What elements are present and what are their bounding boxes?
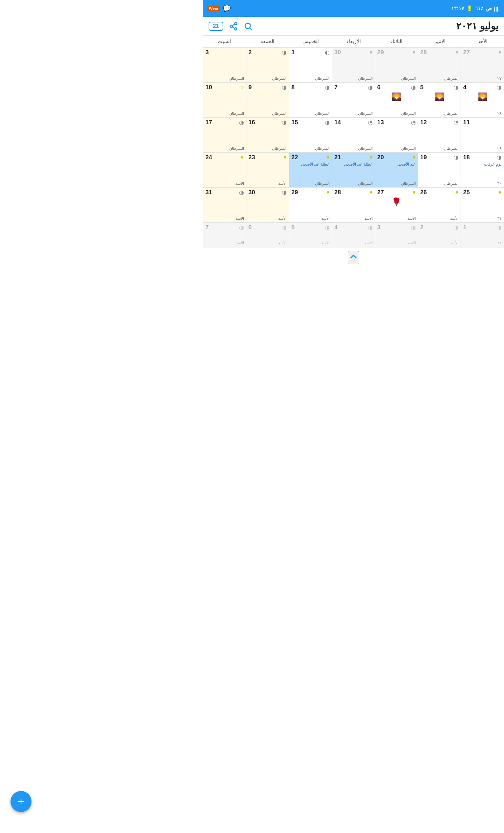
day-headers: الأحد الاثنين الثلاثاء الأربعاء الخميس ا… [203,36,504,47]
moon-icon: ● [284,154,287,160]
table-row[interactable]: ◐1 السرطان [289,48,332,83]
table-row[interactable]: ●23 الأسد [246,153,289,188]
day-number: 21 [334,154,341,161]
table-row[interactable]: ◑4 🌄 ٢٨ [461,83,504,118]
moon-icon: ◑ [411,84,416,91]
hijri-date: السرطان [205,110,244,116]
day-number: 26 [420,189,427,196]
hijri-date: الأسد [205,180,244,186]
table-row[interactable]: ◑2 السرطان [246,48,289,83]
table-row[interactable]: ◑6 الأسد [246,223,289,247]
hijri-date: السرطان [205,145,244,151]
day-number: 10 [205,84,212,91]
table-row[interactable]: ◑5 🌄 السرطان [418,83,461,118]
collapse-button[interactable] [348,251,359,264]
moon-icon: ◑ [282,49,287,56]
table-row[interactable]: ●29 الأسد [289,188,332,223]
hijri-date: السرطان [377,75,416,81]
moon-icon: ◑ [454,224,458,231]
hijri-date: ٢٧ [463,75,502,81]
table-row[interactable]: ◑15 السرطان [289,118,332,153]
table-row[interactable]: ◑9 السرطان [246,83,289,118]
table-row[interactable]: ●22 عطلة عيد الأضحى السرطان [289,153,332,188]
day-header-wed: الأربعاء [332,36,375,47]
table-row[interactable]: ●28 السرطان [418,48,461,83]
hijri-date: السرطان [248,110,287,116]
table-row[interactable]: ◑16 السرطان [246,118,289,153]
day-number: 4 [334,224,337,231]
table-row[interactable]: ●26 الأسد [418,188,461,223]
day-number: 30 [334,49,341,56]
day-number: 17 [205,119,212,126]
search-button[interactable] [244,22,253,31]
day-number: 23 [248,154,255,161]
day-number: 2 [420,224,424,231]
day-number: 5 [420,84,424,91]
hijri-date: الأسد [334,239,373,245]
table-row[interactable]: ◑7 السرطان [332,83,375,118]
goto-date-button[interactable]: 21 [209,22,223,31]
table-row[interactable]: ◑1 ٣٢ [461,223,504,247]
table-row[interactable]: ◑31 الأسد [203,188,246,223]
day-number: 29 [291,189,298,196]
battery-percent: ٦١٪ [475,5,483,12]
hijri-date: السرطان [420,110,459,116]
table-row[interactable]: ●25 ٣١ [461,188,504,223]
status-left: ١٢:١٧ 🔋 ٦١٪ ص |||. [451,5,500,12]
table-row[interactable]: ◑17 السرطان [203,118,246,153]
table-row[interactable]: ●24 الأسد [203,153,246,188]
hijri-date: ٢٨ [463,110,502,116]
table-row[interactable]: ◑2 الأسد [418,223,461,247]
table-row[interactable]: ○10 السرطان [203,83,246,118]
event-label: عطلة عيد الأضحى [334,162,373,167]
hijri-date: السرطان [377,145,416,151]
table-row[interactable]: ◑8 السرطان [289,83,332,118]
day-number: 20 [377,154,384,161]
cell-emoji: 🌹 [377,197,416,206]
table-row[interactable]: ●20 عيد الأضحى السرطان [375,153,418,188]
table-row[interactable]: ◑7 الأسد [203,223,246,247]
table-row[interactable]: ◔14 السرطان [332,118,375,153]
table-row[interactable]: ◔13 السرطان [375,118,418,153]
table-row[interactable]: ●28 الأسد [332,188,375,223]
share-button[interactable] [229,22,238,31]
hijri-date: ٣١ [463,215,502,221]
hijri-date: السرطان [291,180,330,186]
status-bar: ١٢:١٧ 🔋 ٦١٪ ص |||. 💬 Wear [203,0,504,17]
table-row[interactable]: ◑6 🌄 السرطان [375,83,418,118]
hijri-date: الأسد [420,239,459,245]
moon-icon: ◑ [497,224,502,231]
hijri-date: السرطان [420,180,459,186]
table-row[interactable]: ◑5 الأسد [289,223,332,247]
table-row[interactable]: ◑30 الأسد [246,188,289,223]
day-number: 19 [420,154,427,161]
share-icon [229,22,238,31]
day-number: 27 [377,189,384,196]
hijri-date: ٣٠ [463,180,502,186]
cell-emoji: 🌄 [420,92,459,102]
moon-icon: ● [369,154,373,160]
table-row[interactable]: ●21 عطلة عيد الأضحى السرطان [332,153,375,188]
table-row[interactable]: ●29 السرطان [375,48,418,83]
moon-icon: ◑ [239,189,244,196]
day-number: 18 [463,154,470,161]
table-row[interactable]: ◑4 الأسد [332,223,375,247]
table-row[interactable]: ◔12 السرطان [418,118,461,153]
day-number: 9 [248,84,252,91]
moon-icon: ◔ [368,119,373,126]
table-row[interactable]: ●27 ٢٧ [461,48,504,83]
table-row[interactable]: ●27 🌹 الأسد [375,188,418,223]
table-row[interactable]: 11 ٢٩ [461,118,504,153]
table-row[interactable]: ◑19 السرطان [418,153,461,188]
calendar-title: يوليو ٢٠٢١ [456,20,498,32]
table-row[interactable]: ●30 السرطان [332,48,375,83]
moon-icon: ◑ [325,84,330,91]
day-number: 30 [248,189,255,196]
table-row[interactable]: ◑18 يوم عرفات ٣٠ [461,153,504,188]
event-label: عطلة عيد الأضحى [291,162,330,167]
table-row[interactable]: ◑3 الأسد [375,223,418,247]
moon-icon: ◑ [282,119,287,126]
hijri-date: السرطان [205,75,244,81]
hijri-date: السرطان [334,180,373,186]
table-row[interactable]: 3 السرطان [203,48,246,83]
